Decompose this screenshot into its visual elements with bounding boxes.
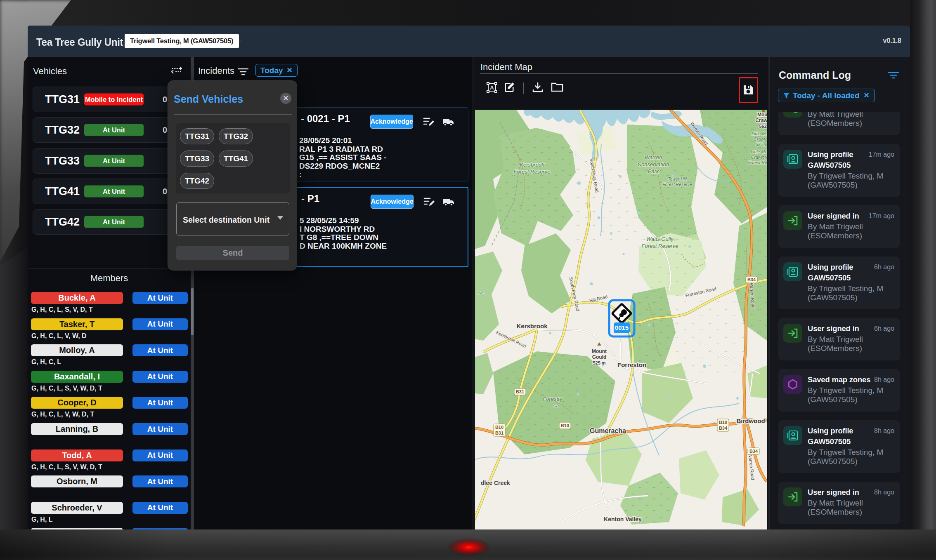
panel-splitter-thumb[interactable] xyxy=(191,288,194,335)
member-name-chip[interactable]: Tasker, T xyxy=(31,318,123,330)
command-log-entry-title: Using profileGAW507505 xyxy=(808,149,877,171)
app-screen: Tea Tree Gully Unit Trigwell Testing, M … xyxy=(28,26,910,529)
member-name-chip[interactable]: Schroeder, V xyxy=(31,502,123,514)
vehicle-row[interactable]: TTG41 At Unit 0 xyxy=(33,179,189,204)
member-status-button[interactable]: At Unit xyxy=(132,502,188,514)
vehicle-status-pill: At Unit xyxy=(84,185,144,197)
member-name-chip[interactable]: Buckle, A xyxy=(31,292,123,304)
filter-icon[interactable] xyxy=(237,68,249,75)
vehicle-status-pill: At Unit xyxy=(84,155,144,167)
funnel-icon xyxy=(783,93,789,99)
command-log-entry-by-line: By Matt Trigwell xyxy=(808,112,863,118)
modal-divider xyxy=(174,114,292,115)
command-log-filter-chip[interactable]: Today - All loaded ✕ xyxy=(778,89,875,102)
incident-map-title: Incident Map xyxy=(480,62,532,73)
svg-text:562 m: 562 m xyxy=(759,124,767,129)
member-status-button[interactable]: At Unit xyxy=(132,318,188,330)
member-status-button[interactable]: At Unit xyxy=(132,475,188,487)
member-status-button[interactable]: At Unit xyxy=(132,528,188,529)
modal-close-button[interactable]: ✕ xyxy=(280,93,291,104)
member-name-chip[interactable]: Cooper, D xyxy=(31,397,123,409)
member-status-button[interactable]: At Unit xyxy=(132,292,188,304)
app-title: Tea Tree Gully Unit xyxy=(36,36,123,49)
toolbar-separator xyxy=(523,82,524,94)
destination-unit-select[interactable]: Select destination Unit xyxy=(176,202,289,235)
edit-icon[interactable] xyxy=(503,82,516,93)
command-log-entry-by: By Matt Trigwell(ESOMembers) xyxy=(808,499,863,517)
modal-vehicle-chip[interactable]: TTG31 xyxy=(180,128,214,144)
member-status-button[interactable]: At Unit xyxy=(132,449,188,461)
svg-text:Forest Reserve: Forest Reserve xyxy=(662,182,692,187)
command-log-entry-by: By Trigwell Testing, M(GAW507505) xyxy=(808,172,883,190)
incidents-filter-chip-today[interactable]: Today ✕ xyxy=(255,64,298,77)
map-canvas[interactable]: South Para Road South Para Road Kersbroo… xyxy=(475,110,767,529)
acknowledge-button[interactable]: Acknowledge xyxy=(370,115,413,129)
close-icon[interactable]: ✕ xyxy=(864,91,870,100)
member-status-button[interactable]: At Unit xyxy=(132,423,188,435)
command-log-entry-title: User signed in xyxy=(808,487,877,498)
svg-text:Kersbrook: Kersbrook xyxy=(516,322,548,329)
transfer-vehicles-icon[interactable] xyxy=(171,66,182,74)
svg-text:Little Mo: Little Mo xyxy=(752,131,767,136)
vehicle-row[interactable]: TTG42 At Unit xyxy=(33,209,189,235)
modal-vehicle-chip[interactable]: TTG33 xyxy=(180,151,214,167)
photo-of-monitor: Tea Tree Gully Unit Trigwell Testing, M … xyxy=(0,0,936,560)
member-status-button[interactable]: At Unit xyxy=(132,344,188,356)
download-icon[interactable] xyxy=(532,82,544,93)
member-name-chip[interactable]: Osborn, M xyxy=(31,475,123,487)
command-log-entry-by: By Matt Trigwell(ESOMembers) xyxy=(808,112,863,128)
profile-dropdown[interactable]: Trigwell Testing, M (GAW507505) ▾ xyxy=(125,34,239,48)
svg-text:dlee Creek: dlee Creek xyxy=(481,480,510,486)
command-log-card: Using profileGAW507505 17m ago By Trigwe… xyxy=(778,144,900,197)
monitor-bezel-right xyxy=(910,0,936,560)
command-log-entry-by: By Matt Trigwell(ESOMembers) xyxy=(808,335,863,353)
vehicle-count: 0 xyxy=(163,186,167,196)
command-log-entry-title-line: Using profile xyxy=(808,426,853,435)
modal-vehicle-chip[interactable]: TTG42 xyxy=(180,173,214,189)
member-status-button[interactable]: At Unit xyxy=(132,371,188,383)
signin-icon xyxy=(783,324,802,343)
vehicle-row[interactable]: TTG32 At Unit 0 xyxy=(33,117,189,143)
command-log-filter-icon[interactable] xyxy=(888,72,899,79)
power-led xyxy=(448,539,489,556)
profile-dropdown-label: Trigwell Testing, M (GAW507505) xyxy=(130,37,233,45)
command-log-entry-time: 8h ago xyxy=(874,427,894,435)
command-log-entry-title-line: GAW507505 xyxy=(808,273,851,282)
member-name-chip[interactable]: Lanning, B xyxy=(31,423,123,435)
open-folder-icon[interactable] xyxy=(551,82,563,92)
command-log-entry-by-line: By Trigwell Testing, M xyxy=(808,386,883,395)
command-log-title: Command Log xyxy=(779,69,851,81)
svg-text:Crawford: Crawford xyxy=(751,155,767,160)
svg-text:Crawfo: Crawfo xyxy=(754,136,767,141)
vehicle-row[interactable]: TTG31 Mobile to Incident 0 xyxy=(33,87,189,112)
truck-icon[interactable] xyxy=(442,117,454,127)
svg-text:A: A xyxy=(490,85,494,91)
member-name-chip[interactable]: Todd, A xyxy=(31,449,123,461)
select-area-icon[interactable]: A xyxy=(486,82,498,93)
member-status-button[interactable]: At Unit xyxy=(132,397,188,409)
modal-vehicle-chip[interactable]: TTG41 xyxy=(219,151,253,167)
members-divider xyxy=(28,268,191,268)
svg-text:Mount: Mount xyxy=(592,348,607,354)
edit-note-icon[interactable] xyxy=(423,117,435,127)
acknowledge-button[interactable]: Acknowledge xyxy=(371,195,414,209)
modal-vehicle-chip[interactable]: TTG32 xyxy=(219,128,253,144)
app-version: v0.1.8 xyxy=(883,37,901,45)
command-log-entry-title-line: User signed in xyxy=(808,324,859,333)
edit-note-icon[interactable] xyxy=(423,197,436,207)
profile-icon xyxy=(783,426,802,445)
vehicle-status-pill: At Unit xyxy=(84,216,144,228)
truck-icon[interactable] xyxy=(442,197,455,207)
profile-icon xyxy=(783,150,802,169)
signin-icon xyxy=(783,211,802,230)
member-name-chip[interactable] xyxy=(31,528,123,529)
member-name-chip[interactable]: Molloy, A xyxy=(31,344,123,356)
member-name-chip[interactable]: Baxandall, I xyxy=(31,371,123,383)
send-button[interactable]: Send xyxy=(176,246,289,260)
close-icon[interactable]: ✕ xyxy=(287,66,293,75)
command-log-entry-by-line: By Trigwell Testing, M xyxy=(808,284,883,293)
vehicle-row[interactable]: TTG33 At Unit xyxy=(33,148,189,174)
vehicle-count: 0 xyxy=(163,95,167,104)
save-icon[interactable] xyxy=(742,84,754,96)
command-log-entry-title-line: Saved map zones xyxy=(808,375,870,384)
